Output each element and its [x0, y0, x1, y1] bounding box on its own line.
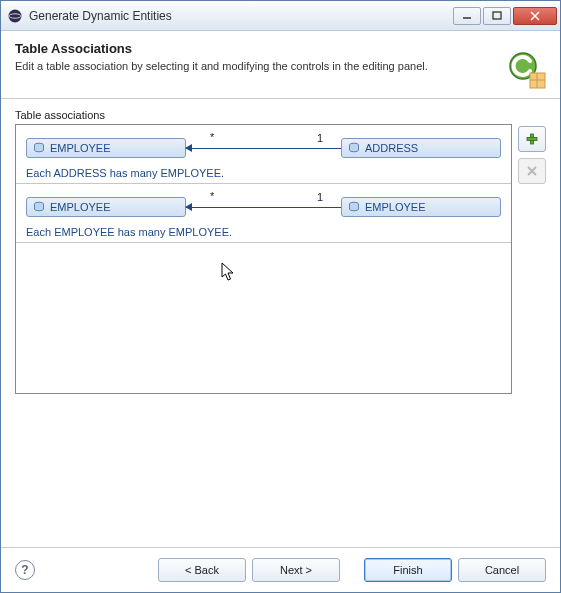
- table-icon: [348, 201, 360, 213]
- associations-label: Table associations: [15, 109, 546, 121]
- entity-right-label: EMPLOYEE: [365, 201, 426, 213]
- delete-icon: [526, 165, 538, 177]
- association-connector: * 1: [186, 192, 341, 222]
- next-button[interactable]: Next >: [252, 558, 340, 582]
- finish-button[interactable]: Finish: [364, 558, 452, 582]
- cardinality-right: 1: [317, 132, 323, 144]
- remove-association-button: [518, 158, 546, 184]
- window-title: Generate Dynamic Entities: [29, 9, 453, 23]
- entity-left: EMPLOYEE: [26, 138, 186, 158]
- cardinality-left: *: [210, 131, 214, 143]
- entity-right: ADDRESS: [341, 138, 501, 158]
- entity-right-label: ADDRESS: [365, 142, 418, 154]
- entity-right: EMPLOYEE: [341, 197, 501, 217]
- titlebar: Generate Dynamic Entities: [1, 1, 560, 31]
- wizard-header: Table Associations Edit a table associat…: [1, 31, 560, 99]
- associations-panel: EMPLOYEE * 1 ADDRESS Each A: [15, 124, 512, 394]
- minimize-button[interactable]: [453, 7, 481, 25]
- svg-rect-15: [527, 138, 537, 141]
- page-description: Edit a table association by selecting it…: [15, 60, 455, 72]
- association-description: Each EMPLOYEE has many EMPLOYEE.: [26, 226, 501, 238]
- entity-left-label: EMPLOYEE: [50, 201, 111, 213]
- cardinality-left: *: [210, 190, 214, 202]
- svg-point-0: [9, 9, 22, 22]
- add-association-button[interactable]: [518, 126, 546, 152]
- entity-left: EMPLOYEE: [26, 197, 186, 217]
- association-item[interactable]: EMPLOYEE * 1 EMPLOYEE Each: [16, 184, 511, 243]
- back-button[interactable]: < Back: [158, 558, 246, 582]
- eclipse-icon: [7, 8, 23, 24]
- cancel-button[interactable]: Cancel: [458, 558, 546, 582]
- maximize-button[interactable]: [483, 7, 511, 25]
- help-icon: ?: [21, 563, 28, 577]
- help-button[interactable]: ?: [15, 560, 35, 580]
- table-icon: [33, 201, 45, 213]
- close-button[interactable]: [513, 7, 557, 25]
- cardinality-right: 1: [317, 191, 323, 203]
- svg-rect-3: [493, 12, 501, 19]
- wizard-footer: ? < Back Next > Finish Cancel: [1, 547, 560, 592]
- page-title: Table Associations: [15, 41, 546, 56]
- entity-left-label: EMPLOYEE: [50, 142, 111, 154]
- plus-icon: [525, 132, 539, 146]
- table-icon: [33, 142, 45, 154]
- association-connector: * 1: [186, 133, 341, 163]
- table-icon: [348, 142, 360, 154]
- association-description: Each ADDRESS has many EMPLOYEE.: [26, 167, 501, 179]
- association-item[interactable]: EMPLOYEE * 1 ADDRESS Each A: [16, 125, 511, 184]
- wizard-banner-icon: [506, 49, 546, 89]
